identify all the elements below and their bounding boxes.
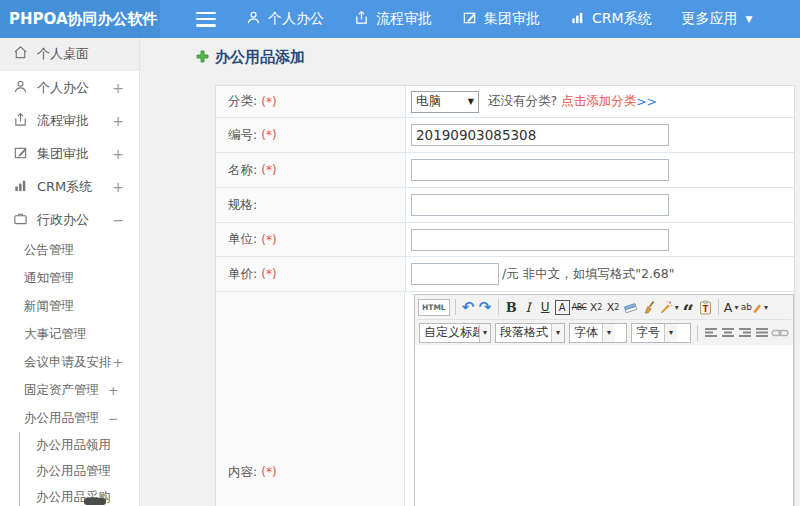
svg-text:T: T: [702, 304, 708, 313]
category-label: 分类:(*): [216, 86, 406, 117]
expand-plus-icon[interactable]: +: [113, 355, 123, 370]
form-row-unit: 单位:(*): [216, 223, 794, 257]
form-row-spec: 规格:: [216, 188, 794, 223]
menu-icon[interactable]: [196, 12, 216, 27]
align-justify-icon[interactable]: [754, 323, 769, 343]
sidebar-item-fixed-assets-mgmt[interactable]: 固定资产管理+: [0, 376, 139, 404]
workflow-icon: [354, 10, 376, 28]
edit-icon: [462, 10, 484, 28]
expand-plus-icon[interactable]: +: [112, 146, 124, 162]
underline-button[interactable]: U: [538, 297, 553, 317]
sidebar-item-memorabilia-mgmt[interactable]: 大事记管理: [0, 320, 139, 348]
price-input[interactable]: [411, 263, 499, 285]
expand-plus-icon[interactable]: +: [112, 179, 124, 195]
price-suffix: /元 非中文，如填写格式"2.68": [502, 266, 675, 283]
heading-style-select[interactable]: 自定义标题 ▾: [419, 323, 491, 343]
link-icon[interactable]: [771, 323, 789, 343]
briefcase-icon: [13, 211, 37, 229]
app-logo: PHPOA协同办公软件: [0, 0, 160, 38]
dropdown-caret-icon: ▾: [664, 324, 677, 342]
font-size-select[interactable]: 字号 ▾: [631, 323, 691, 343]
blockquote-icon[interactable]: “: [681, 297, 696, 317]
expand-plus-icon[interactable]: +: [112, 113, 124, 129]
price-label: 单价:(*): [216, 257, 406, 291]
sidebar-item-supplies-purchase[interactable]: 办公用品采购: [20, 484, 139, 506]
expand-plus-icon[interactable]: +: [112, 80, 124, 96]
form-row-content: 内容:(*) HTML ↶ ↷ B I U A: [216, 292, 794, 506]
clear-format-broom-icon[interactable]: [641, 297, 656, 317]
align-center-icon[interactable]: [720, 323, 735, 343]
sidebar-item-desktop[interactable]: 个人桌面: [0, 38, 139, 71]
paragraph-format-select[interactable]: 段落格式 ▾: [495, 323, 565, 343]
person-icon: [246, 10, 268, 28]
add-category-arrows[interactable]: >>: [636, 94, 657, 109]
font-family-select[interactable]: 字体 ▾: [569, 323, 627, 343]
sidebar-item-news-mgmt[interactable]: 新闻管理: [0, 292, 139, 320]
sidebar-item-workflow-approval[interactable]: 流程审批 +: [0, 104, 139, 137]
highlight-color-button[interactable]: ab▾: [741, 297, 768, 317]
sidebar-item-crm[interactable]: CRM系统 +: [0, 170, 139, 203]
nav-personal-office[interactable]: 个人办公: [246, 10, 324, 28]
form-row-code: 编号:(*): [216, 118, 794, 153]
nav-group-approval[interactable]: 集团审批: [462, 10, 540, 28]
eraser-icon[interactable]: [623, 297, 639, 317]
workflow-icon: [13, 112, 37, 130]
sidebar-item-meeting-mgmt[interactable]: 会议申请及安排+: [0, 348, 139, 376]
category-select[interactable]: 电脑 ▼: [411, 91, 479, 113]
spec-input[interactable]: [411, 194, 669, 216]
redo-icon[interactable]: ↷: [478, 297, 493, 317]
collapse-minus-icon[interactable]: −: [108, 411, 118, 426]
nav-more-apps[interactable]: 更多应用 ▼: [682, 10, 753, 28]
strikethrough-button[interactable]: ABC: [572, 297, 587, 317]
sidebar-item-personal-office[interactable]: 个人办公 +: [0, 71, 139, 104]
select-caret-icon: ▼: [468, 97, 474, 106]
main-content: 办公用品添加 分类:(*) 电脑 ▼ 还没有分类? 点击添加分类 >> 编号:(…: [140, 38, 800, 506]
sidebar-item-office-supplies-mgmt[interactable]: 办公用品管理−: [0, 404, 139, 432]
align-left-icon[interactable]: [703, 323, 718, 343]
sidebar-item-supplies-requisition[interactable]: 办公用品领用: [20, 432, 139, 458]
font-color-button[interactable]: A▾: [724, 297, 739, 317]
code-input[interactable]: [411, 124, 669, 146]
horizontal-scrollbar-thumb[interactable]: [84, 498, 106, 505]
superscript-button[interactable]: X2: [589, 297, 604, 317]
content-label: 内容:(*): [216, 292, 405, 506]
chart-icon: [13, 178, 37, 196]
unit-label: 单位:(*): [216, 223, 406, 256]
format-painter-icon[interactable]: ▾: [658, 297, 679, 317]
person-icon: [13, 79, 37, 97]
sidebar-item-group-approval[interactable]: 集团审批 +: [0, 137, 139, 170]
nav-workflow-approval[interactable]: 流程审批: [354, 10, 432, 28]
source-code-button[interactable]: HTML: [418, 299, 450, 316]
italic-button[interactable]: I: [521, 297, 536, 317]
paste-icon[interactable]: T: [698, 297, 713, 317]
sidebar-item-notice-mgmt[interactable]: 通知管理: [0, 264, 139, 292]
subscript-button[interactable]: X2: [606, 297, 621, 317]
form-row-category: 分类:(*) 电脑 ▼ 还没有分类? 点击添加分类 >>: [216, 86, 794, 118]
dropdown-caret-icon: ▾: [734, 303, 738, 312]
font-border-button[interactable]: A: [555, 300, 570, 315]
add-category-link[interactable]: 点击添加分类: [561, 93, 636, 110]
sidebar-item-admin-office[interactable]: 行政办公 −: [0, 203, 139, 236]
sidebar-item-supplies-management[interactable]: 办公用品管理: [20, 458, 139, 484]
bold-button[interactable]: B: [504, 297, 519, 317]
edit-icon: [13, 145, 37, 163]
dropdown-caret-icon: ▾: [479, 324, 490, 342]
name-input[interactable]: [411, 159, 669, 181]
form-row-name: 名称:(*): [216, 153, 794, 188]
dropdown-caret-icon: ▾: [602, 324, 615, 342]
sidebar: 个人桌面 个人办公 + 流程审批 + 集团审批 + CRM系统 + 行政办公 −…: [0, 38, 140, 506]
form-row-price: 单价:(*) /元 非中文，如填写格式"2.68": [216, 257, 794, 292]
rich-text-editor: HTML ↶ ↷ B I U A ABC X2 X2: [414, 294, 794, 506]
sidebar-item-announcement-mgmt[interactable]: 公告管理: [0, 236, 139, 264]
expand-plus-icon[interactable]: +: [108, 383, 118, 398]
collapse-minus-icon[interactable]: −: [112, 212, 124, 228]
undo-icon[interactable]: ↶: [461, 297, 476, 317]
office-supplies-submenu: 办公用品领用 办公用品管理 办公用品采购: [19, 432, 139, 506]
nav-crm[interactable]: CRM系统: [570, 10, 652, 28]
editor-content-area[interactable]: [415, 345, 793, 506]
align-right-icon[interactable]: [737, 323, 752, 343]
unit-input[interactable]: [411, 229, 669, 251]
dropdown-caret-icon: ▾: [675, 303, 679, 312]
chart-icon: [570, 10, 592, 28]
dropdown-caret-icon: ▾: [551, 324, 564, 342]
